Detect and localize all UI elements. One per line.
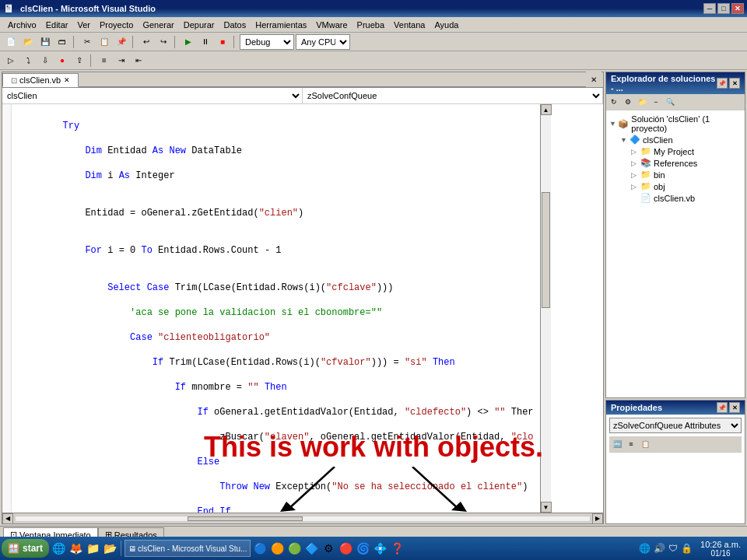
scroll-left-btn[interactable]: ◀ (2, 513, 13, 524)
menu-item-ver[interactable]: Ver (72, 19, 95, 31)
maximize-button[interactable]: □ (717, 3, 730, 14)
app6-icon[interactable]: 🔴 (338, 541, 353, 556)
menu-item-ayuda[interactable]: Ayuda (430, 19, 463, 31)
redo-btn[interactable]: ↪ (156, 34, 171, 50)
menu-item-herramientas[interactable]: Herramientas (251, 19, 311, 31)
scroll-down-btn[interactable]: ▼ (541, 502, 552, 513)
solution-explorer: Explorador de soluciones - ... 📌 ✕ ↻ ⚙ 📁… (605, 72, 745, 398)
taskbar: 🪟 start 🌐 🦊 📁 📂 🖥 clsClien - Microsoft V… (0, 537, 747, 560)
app1-icon[interactable]: 🔵 (252, 541, 268, 556)
app7-icon[interactable]: 🌀 (355, 541, 370, 556)
code-tab-clsclien[interactable]: ⊡ clsClien.vb ✕ (2, 73, 79, 87)
app3-icon[interactable]: 🟢 (286, 541, 302, 556)
close-button[interactable]: ✕ (731, 3, 744, 14)
show-files-btn[interactable]: 📁 (636, 96, 648, 108)
breakpoint-btn[interactable]: ● (54, 53, 70, 68)
menu-item-proyecto[interactable]: Proyecto (95, 19, 138, 31)
props-pin-icon[interactable]: 📌 (717, 402, 728, 413)
menu-item-prueba[interactable]: Prueba (352, 19, 389, 31)
copy-btn[interactable]: 📋 (96, 34, 112, 50)
new-project-btn[interactable]: 📄 (3, 34, 19, 50)
menu-item-vmware[interactable]: VMware (311, 19, 352, 31)
props-sort-alpha[interactable]: 🔤 (611, 438, 623, 450)
close-tab-btn[interactable]: ✕ (586, 72, 601, 87)
undo-btn[interactable]: ↩ (139, 34, 154, 50)
folder-icon[interactable]: 📁 (85, 541, 100, 556)
app2-icon[interactable]: 🟠 (269, 541, 285, 556)
toolbar-main: 📄 📂 💾 🗃 ✂ 📋 📌 ↩ ↪ ▶ ⏸ ■ Debug Any CPU (0, 33, 747, 51)
menu-item-datos[interactable]: Datos (219, 19, 251, 31)
cpu-dropdown[interactable]: Any CPU (296, 34, 350, 50)
sol-close-icon[interactable]: ✕ (729, 78, 740, 89)
stop-btn[interactable]: ■ (215, 34, 230, 50)
step-into-btn[interactable]: ⇩ (37, 53, 53, 68)
vertical-scrollbar[interactable]: ▲ ▼ (540, 104, 551, 513)
scroll-up-btn[interactable]: ▲ (541, 104, 552, 115)
run-btn[interactable]: ▷ (3, 53, 19, 68)
pin-icon[interactable]: 📌 (717, 78, 728, 89)
step-out-btn[interactable]: ⇪ (72, 53, 87, 68)
open-btn[interactable]: 📂 (20, 34, 36, 50)
menu-item-ventana[interactable]: Ventana (389, 19, 430, 31)
sep1 (73, 36, 76, 48)
firefox-icon[interactable]: 🦊 (68, 541, 83, 556)
horizontal-scrollbar[interactable]: ◀ ▶ (2, 513, 603, 523)
properties-btn[interactable]: ⚙ (622, 96, 634, 108)
app8-icon[interactable]: 💠 (372, 541, 388, 556)
speaker-tray-icon[interactable]: 🔊 (654, 543, 665, 554)
app4-icon[interactable]: 🔷 (303, 541, 319, 556)
menu-item-archivo[interactable]: Archivo (3, 19, 41, 31)
code-area[interactable]: Try Dim Entidad As New DataTable Dim i A… (2, 104, 603, 513)
menu-item-editar[interactable]: Editar (41, 19, 73, 31)
step-over-btn[interactable]: ⤵ (20, 53, 36, 68)
network-tray-icon[interactable]: 🌐 (639, 543, 651, 554)
class-selector-bar: clsClien zSolveConfQueue (2, 88, 603, 104)
taskbar-right: 🌐 🔊 🛡 🔒 10:26 a.m. 01/16 (639, 540, 745, 558)
props-sort-cat[interactable]: ≡ (625, 438, 637, 450)
solution-root[interactable]: ▼ 📦 Solución 'clsClien' (1 proyecto) (609, 114, 742, 134)
method-selector[interactable]: zSolveConfQueue (303, 88, 603, 103)
tab-close-icon[interactable]: ✕ (64, 76, 70, 84)
save-all-btn[interactable]: 🗃 (54, 34, 70, 50)
save-btn[interactable]: 💾 (37, 34, 53, 50)
minimize-button[interactable]: ─ (703, 3, 716, 14)
props-page[interactable]: 📋 (639, 438, 651, 450)
refresh-btn[interactable]: ↻ (608, 96, 620, 108)
sep5 (90, 54, 93, 67)
antivirus-tray-icon[interactable]: 🛡 (668, 543, 678, 554)
props-dropdown[interactable]: zSolveConfQueue Attributes (609, 418, 742, 433)
cut-btn[interactable]: ✂ (79, 34, 95, 50)
references-node[interactable]: ▷ 📚 References (609, 157, 742, 169)
app5-icon[interactable]: ⚙ (321, 541, 336, 556)
scroll-right-btn[interactable]: ▶ (592, 513, 603, 524)
solution-tree: ▼ 📦 Solución 'clsClien' (1 proyecto) ▼ 🔷… (606, 110, 745, 397)
menu-item-generar[interactable]: Generar (138, 19, 178, 31)
sep4 (233, 36, 237, 48)
format-btn[interactable]: ≡ (96, 53, 112, 68)
clsclien-file-node[interactable]: 📄 clsClien.vb (609, 192, 742, 204)
props-close-icon[interactable]: ✕ (729, 402, 740, 413)
start-button[interactable]: 🪟 start (2, 539, 49, 558)
system-clock[interactable]: 10:26 a.m. 01/16 (696, 540, 745, 558)
indent-btn[interactable]: ⇥ (114, 53, 129, 68)
my-project-node[interactable]: ▷ 📁 My Project (609, 145, 742, 157)
folder2-icon[interactable]: 📂 (102, 541, 117, 556)
ie-icon[interactable]: 🌐 (51, 541, 66, 556)
search-sol-btn[interactable]: 🔍 (664, 96, 676, 108)
bin-node[interactable]: ▷ 📁 bin (609, 169, 742, 180)
app9-icon[interactable]: ❓ (389, 541, 405, 556)
project-node[interactable]: ▼ 🔷 clsClien (609, 134, 742, 145)
outdent-btn[interactable]: ⇤ (131, 53, 146, 68)
collapse-btn[interactable]: − (650, 96, 662, 108)
security-tray-icon[interactable]: 🔒 (681, 543, 693, 554)
active-window-btn[interactable]: 🖥 clsClien - Microsoft Visual Stu... (124, 540, 251, 557)
paste-btn[interactable]: 📌 (114, 34, 129, 50)
menu-item-depurar[interactable]: Depurar (179, 19, 219, 31)
scroll-track[interactable] (15, 516, 591, 522)
start-btn[interactable]: ▶ (181, 34, 196, 50)
class-selector[interactable]: clsClien (2, 88, 303, 103)
debug-dropdown[interactable]: Debug (240, 34, 294, 50)
obj-node[interactable]: ▷ 📁 obj (609, 180, 742, 192)
pause-btn[interactable]: ⏸ (198, 34, 213, 50)
solution-explorer-title: Explorador de soluciones - ... 📌 ✕ (606, 72, 745, 94)
